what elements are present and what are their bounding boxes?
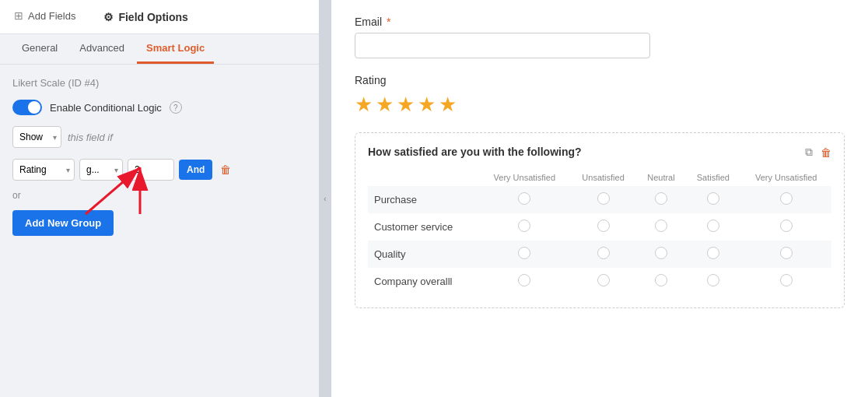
radio-circle[interactable] xyxy=(707,274,719,286)
cell-cs-5[interactable] xyxy=(740,213,831,241)
radio-circle[interactable] xyxy=(518,247,530,259)
email-label: Email * xyxy=(355,16,845,28)
likert-delete-button[interactable]: 🗑 xyxy=(819,144,833,160)
tabs-header: ⊞ Add Fields ⚙ Field Options xyxy=(0,0,319,34)
stars-container: ★ ★ ★ ★ ★ xyxy=(355,93,845,117)
delete-condition-button[interactable]: 🗑 xyxy=(217,160,234,179)
cell-q-2[interactable] xyxy=(570,241,637,268)
cell-purchase-4[interactable] xyxy=(685,186,740,213)
cell-cs-4[interactable] xyxy=(685,213,740,241)
radio-circle[interactable] xyxy=(655,247,667,259)
operator-select[interactable]: g... equals less than xyxy=(79,159,123,181)
likert-actions: ⧉ 🗑 xyxy=(803,144,833,160)
star-3[interactable]: ★ xyxy=(397,93,415,117)
likert-row-company: Company overalll xyxy=(368,268,831,295)
operator-select-wrapper: g... equals less than xyxy=(79,159,123,181)
radio-circle[interactable] xyxy=(518,192,530,205)
show-select-wrapper: Show Hide xyxy=(12,126,61,148)
grid-icon: ⊞ xyxy=(14,9,23,22)
col-header-2: Unsatisfied xyxy=(570,169,637,186)
field-select-wrapper: Rating Email xyxy=(12,159,75,181)
tab-advanced[interactable]: Advanced xyxy=(70,34,134,64)
cell-q-4[interactable] xyxy=(685,241,740,268)
cell-co-1[interactable] xyxy=(479,268,570,295)
tab-field-options[interactable]: ⚙ Field Options xyxy=(89,0,201,33)
likert-row-purchase: Purchase xyxy=(368,186,831,213)
condition-row: Rating Email g... equals less than And 🗑 xyxy=(12,159,306,181)
cell-q-5[interactable] xyxy=(740,241,831,268)
radio-circle[interactable] xyxy=(655,192,667,205)
cell-co-2[interactable] xyxy=(570,268,637,295)
sliders-icon: ⚙ xyxy=(103,11,114,23)
cell-purchase-5[interactable] xyxy=(740,186,831,213)
condition-value-input[interactable] xyxy=(128,159,174,181)
left-panel: ⊞ Add Fields ⚙ Field Options General Adv… xyxy=(0,0,319,397)
radio-circle[interactable] xyxy=(597,192,610,205)
row-label-customer-service: Customer service xyxy=(368,213,479,241)
collapse-icon: ‹ xyxy=(324,195,326,203)
radio-circle[interactable] xyxy=(707,220,719,232)
likert-header-row: Very Unsatisfied Unsatisfied Neutral Sat… xyxy=(368,169,831,186)
email-input[interactable] xyxy=(355,33,650,58)
likert-row-quality: Quality xyxy=(368,241,831,268)
radio-circle[interactable] xyxy=(597,274,610,286)
star-5[interactable]: ★ xyxy=(439,93,457,117)
cell-co-4[interactable] xyxy=(685,268,740,295)
radio-circle[interactable] xyxy=(597,220,610,232)
cell-purchase-3[interactable] xyxy=(637,186,686,213)
cell-cs-1[interactable] xyxy=(479,213,570,241)
email-field-group: Email * xyxy=(355,16,845,74)
radio-circle[interactable] xyxy=(655,220,667,232)
panel-divider[interactable]: ‹ xyxy=(319,0,331,397)
likert-copy-button[interactable]: ⧉ xyxy=(803,144,814,160)
cell-co-5[interactable] xyxy=(740,268,831,295)
show-select[interactable]: Show Hide xyxy=(12,126,61,148)
radio-circle[interactable] xyxy=(707,192,719,205)
radio-circle[interactable] xyxy=(518,274,530,286)
cell-cs-3[interactable] xyxy=(637,213,686,241)
row-label-quality: Quality xyxy=(368,241,479,268)
add-new-group-button[interactable]: Add New Group xyxy=(12,210,114,236)
col-header-4: Satisfied xyxy=(685,169,740,186)
tab-add-fields[interactable]: ⊞ Add Fields xyxy=(0,0,89,33)
rating-section: Rating ★ ★ ★ ★ ★ xyxy=(355,74,845,117)
likert-row-customer-service: Customer service xyxy=(368,213,831,241)
likert-container: How satisfied are you with the following… xyxy=(355,132,845,308)
col-header-1: Very Unsatisfied xyxy=(479,169,570,186)
radio-circle[interactable] xyxy=(780,192,793,205)
section-title: Likert Scale (ID #4) xyxy=(12,77,306,89)
right-panel: Email * Rating ★ ★ ★ ★ ★ How satisfied a… xyxy=(331,0,868,397)
radio-circle[interactable] xyxy=(518,220,530,232)
toggle-label: Enable Conditional Logic xyxy=(50,102,162,114)
cell-q-1[interactable] xyxy=(479,241,570,268)
required-indicator: * xyxy=(387,16,390,28)
tab-smart-logic[interactable]: Smart Logic xyxy=(137,34,214,64)
radio-circle[interactable] xyxy=(780,247,793,259)
col-header-5: Very Unsatisfied xyxy=(740,169,831,186)
cell-co-3[interactable] xyxy=(637,268,686,295)
star-2[interactable]: ★ xyxy=(376,93,394,117)
show-row: Show Hide this field if xyxy=(12,126,306,148)
row-label-purchase: Purchase xyxy=(368,186,479,213)
rating-label: Rating xyxy=(355,74,845,86)
radio-circle[interactable] xyxy=(655,274,667,286)
star-4[interactable]: ★ xyxy=(418,93,436,117)
radio-circle[interactable] xyxy=(707,247,719,259)
or-text: or xyxy=(12,190,306,201)
toggle-row: Enable Conditional Logic ? xyxy=(12,100,306,115)
cell-q-3[interactable] xyxy=(637,241,686,268)
cell-cs-2[interactable] xyxy=(570,213,637,241)
radio-circle[interactable] xyxy=(597,247,610,259)
radio-circle[interactable] xyxy=(780,274,793,286)
star-1[interactable]: ★ xyxy=(355,93,373,117)
radio-circle[interactable] xyxy=(780,220,793,232)
cell-purchase-2[interactable] xyxy=(570,186,637,213)
help-icon[interactable]: ? xyxy=(170,101,182,114)
conditional-logic-toggle[interactable] xyxy=(12,100,42,115)
col-header-3: Neutral xyxy=(637,169,686,186)
likert-table: Very Unsatisfied Unsatisfied Neutral Sat… xyxy=(368,169,831,295)
tab-general[interactable]: General xyxy=(12,34,67,64)
and-button[interactable]: And xyxy=(179,160,212,180)
cell-purchase-1[interactable] xyxy=(479,186,570,213)
field-select[interactable]: Rating Email xyxy=(12,159,75,181)
